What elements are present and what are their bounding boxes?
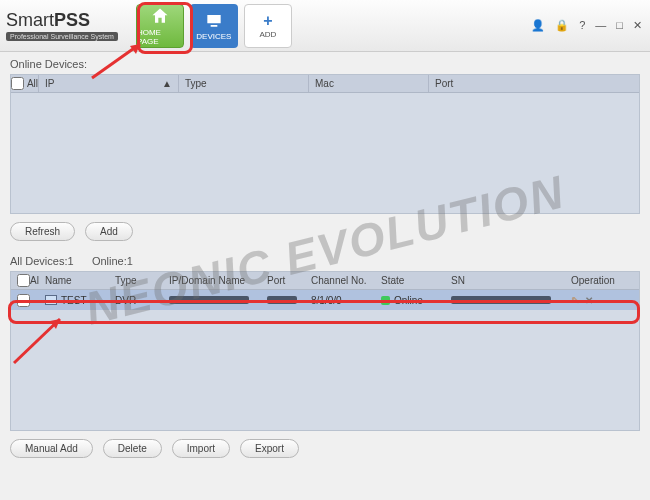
col-state[interactable]: State bbox=[375, 272, 445, 289]
help-icon[interactable]: ? bbox=[577, 17, 587, 34]
col-mac[interactable]: Mac bbox=[309, 75, 429, 92]
all-devices-summary: All Devices:1 Online:1 bbox=[0, 249, 650, 271]
all-devices-panel: All Name Type IP/Domain Name Port Channe… bbox=[10, 271, 640, 431]
row-sn bbox=[445, 290, 565, 310]
monitor-icon bbox=[45, 295, 57, 305]
tab-devices-label: DEVICES bbox=[196, 32, 231, 41]
tab-add[interactable]: + ADD bbox=[244, 4, 292, 48]
maximize-icon[interactable]: □ bbox=[614, 17, 625, 34]
col-type[interactable]: Type bbox=[179, 75, 309, 92]
manual-add-button[interactable]: Manual Add bbox=[10, 439, 93, 458]
col-port[interactable]: Port bbox=[429, 75, 639, 92]
all-devices-columns: All Name Type IP/Domain Name Port Channe… bbox=[11, 272, 639, 290]
lock-icon[interactable]: 🔒 bbox=[553, 17, 571, 34]
table-row[interactable]: TEST DVR 8/1/0/0 Online ✎ ✕ bbox=[11, 290, 639, 310]
refresh-button[interactable]: Refresh bbox=[10, 222, 75, 241]
col-operation[interactable]: Operation bbox=[565, 272, 639, 289]
import-button[interactable]: Import bbox=[172, 439, 230, 458]
row-state: Online bbox=[375, 290, 445, 310]
row-name: TEST bbox=[39, 290, 109, 310]
app-logo: SmartPSS Professional Surveillance Syste… bbox=[6, 10, 118, 41]
online-devices-panel: All IP▲ Type Mac Port bbox=[10, 74, 640, 214]
window-controls: 👤 🔒 ? — □ ✕ bbox=[529, 17, 644, 34]
minimize-icon[interactable]: — bbox=[593, 17, 608, 34]
col-sn[interactable]: SN bbox=[445, 272, 565, 289]
edit-icon[interactable]: ✎ bbox=[571, 295, 579, 306]
close-icon[interactable]: ✕ bbox=[631, 17, 644, 34]
tab-devices[interactable]: DEVICES bbox=[190, 4, 238, 48]
svg-line-2 bbox=[14, 319, 60, 363]
row-ip bbox=[163, 290, 261, 310]
select-all-online[interactable] bbox=[11, 77, 24, 90]
plus-icon: + bbox=[263, 12, 272, 30]
annotation-arrow-row bbox=[10, 315, 70, 365]
all-devices-buttons: Manual Add Delete Import Export bbox=[0, 431, 650, 466]
row-type: DVR bbox=[109, 290, 163, 310]
col-channel[interactable]: Channel No. bbox=[305, 272, 375, 289]
col-all[interactable]: All bbox=[11, 75, 39, 92]
select-all-devices[interactable] bbox=[17, 274, 30, 287]
online-buttons: Refresh Add bbox=[0, 214, 650, 249]
status-dot-icon bbox=[381, 296, 390, 305]
all-devices-body bbox=[11, 310, 639, 430]
online-devices-body bbox=[11, 93, 639, 213]
tab-add-label: ADD bbox=[259, 30, 276, 39]
row-checkbox[interactable] bbox=[17, 294, 30, 307]
col-port2[interactable]: Port bbox=[261, 272, 305, 289]
delete-button[interactable]: Delete bbox=[103, 439, 162, 458]
user-icon[interactable]: 👤 bbox=[529, 17, 547, 34]
row-operation: ✎ ✕ bbox=[565, 290, 639, 310]
col-type2[interactable]: Type bbox=[109, 272, 163, 289]
export-button[interactable]: Export bbox=[240, 439, 299, 458]
annotation-arrow-home bbox=[90, 40, 150, 80]
home-icon bbox=[150, 6, 170, 26]
row-channel: 8/1/0/0 bbox=[305, 290, 375, 310]
col-ipdomain[interactable]: IP/Domain Name bbox=[163, 272, 261, 289]
delete-row-icon[interactable]: ✕ bbox=[585, 295, 593, 306]
device-icon bbox=[204, 10, 224, 30]
row-port bbox=[261, 290, 305, 310]
add-button[interactable]: Add bbox=[85, 222, 133, 241]
nav-tabs: HOME PAGE DEVICES + ADD bbox=[136, 4, 292, 48]
col-name[interactable]: Name bbox=[39, 272, 109, 289]
col-all2[interactable]: All bbox=[11, 272, 39, 289]
